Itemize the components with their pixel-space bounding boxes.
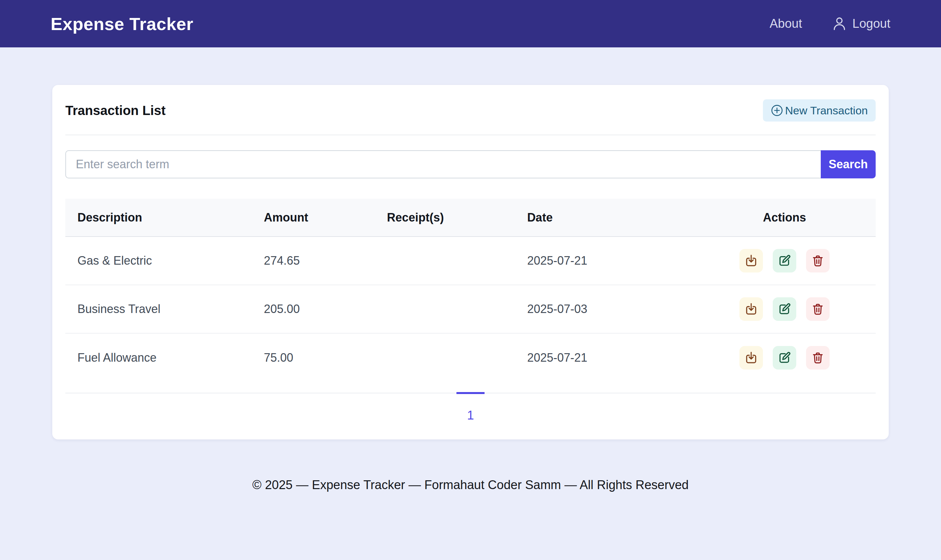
delete-button[interactable] (806, 346, 830, 369)
cell-amount: 274.65 (252, 237, 375, 285)
cell-receipts (375, 237, 515, 285)
header-receipts: Receipt(s) (375, 198, 515, 237)
header-date: Date (515, 198, 693, 237)
edit-icon (778, 303, 791, 315)
cell-description: Fuel Allowance (65, 333, 252, 382)
header-description: Description (65, 198, 252, 237)
nav-link-logout[interactable]: Logout (832, 16, 890, 32)
header-divider (65, 135, 876, 135)
cell-date: 2025-07-21 (515, 333, 693, 382)
search-group: Search (65, 150, 876, 178)
delete-button[interactable] (806, 249, 830, 272)
app-brand: Expense Tracker (51, 14, 194, 34)
cell-actions (693, 333, 876, 382)
trash-icon (811, 254, 824, 267)
cell-actions (693, 285, 876, 333)
cell-date: 2025-07-03 (515, 285, 693, 333)
search-button[interactable]: Search (821, 150, 876, 178)
download-receipt-button[interactable] (740, 297, 763, 321)
cell-receipts (375, 285, 515, 333)
cell-description: Business Travel (65, 285, 252, 333)
new-transaction-label: New Transaction (785, 104, 868, 117)
cell-description: Gas & Electric (65, 237, 252, 285)
cell-amount: 75.00 (252, 333, 375, 382)
search-input[interactable] (65, 150, 821, 178)
nav-link-about[interactable]: About (769, 17, 802, 31)
edit-button[interactable] (773, 346, 796, 369)
edit-button[interactable] (773, 297, 796, 321)
cell-date: 2025-07-21 (515, 237, 693, 285)
header-amount: Amount (252, 198, 375, 237)
download-receipt-button[interactable] (740, 249, 763, 272)
edit-icon (778, 254, 791, 267)
new-transaction-button[interactable]: New Transaction (763, 99, 876, 122)
table-row: Gas & Electric 274.65 2025-07-21 (65, 237, 876, 285)
download-icon (745, 303, 758, 315)
download-icon (745, 351, 758, 364)
table-row: Business Travel 205.00 2025-07-03 (65, 285, 876, 333)
footer-text: © 2025 — Expense Tracker — Formahaut Cod… (0, 478, 941, 492)
download-icon (745, 254, 758, 267)
navbar-links: About Logout (769, 16, 890, 32)
navbar: Expense Tracker About Logout (0, 0, 941, 48)
transactions-table: Description Amount Receipt(s) Date Actio… (65, 198, 876, 382)
table-row: Fuel Allowance 75.00 2025-07-21 (65, 333, 876, 382)
transaction-card: Transaction List New Transaction Search … (52, 85, 889, 440)
edit-icon (778, 351, 791, 364)
trash-icon (811, 351, 824, 364)
edit-button[interactable] (773, 249, 796, 272)
plus-circle-icon (771, 104, 783, 117)
pagination: 1 (65, 393, 876, 422)
delete-button[interactable] (806, 297, 830, 321)
page-title: Transaction List (65, 103, 166, 118)
download-receipt-button[interactable] (740, 346, 763, 369)
trash-icon (811, 303, 824, 315)
cell-receipts (375, 333, 515, 382)
table-header-row: Description Amount Receipt(s) Date Actio… (65, 198, 876, 237)
main-content: Transaction List New Transaction Search … (0, 85, 941, 492)
header-actions: Actions (693, 198, 876, 237)
person-icon (832, 16, 847, 32)
cell-amount: 205.00 (252, 285, 375, 333)
cell-actions (693, 237, 876, 285)
logout-label: Logout (852, 17, 890, 31)
page-item-1[interactable]: 1 (457, 392, 484, 422)
